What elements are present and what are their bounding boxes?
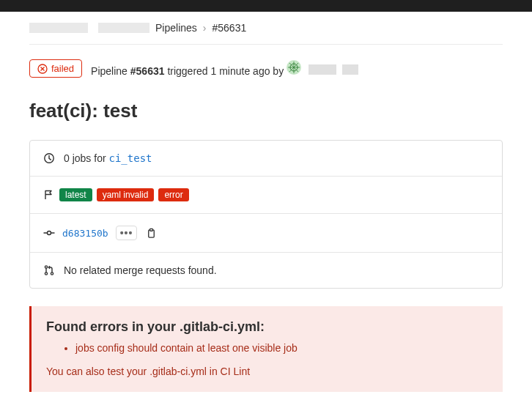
commit-sha-link[interactable]: d683150b	[62, 228, 108, 239]
user-avatar-icon[interactable]	[287, 60, 301, 75]
pipeline-prefix: Pipeline	[91, 65, 130, 77]
error-panel: Found errors in your .gitlab-ci.yml: job…	[29, 306, 503, 392]
username-placeholder	[309, 64, 336, 75]
status-badge-failed[interactable]: failed	[29, 59, 82, 78]
merge-request-row: No related merge requests found.	[30, 253, 502, 288]
commit-icon	[43, 227, 55, 239]
breadcrumb: Pipelines › #56631	[29, 12, 503, 44]
breadcrumb-group-placeholder	[98, 23, 149, 33]
pipeline-panel: 0 jobs for ci_test latest yaml invalid e…	[29, 140, 503, 289]
username-placeholder-2	[342, 64, 358, 75]
breadcrumb-current: #56631	[213, 22, 247, 34]
svg-point-8	[45, 272, 47, 275]
svg-point-4	[48, 231, 51, 235]
pipeline-header: failed Pipeline #56631 triggered 1 minut…	[29, 45, 503, 86]
failed-icon	[37, 64, 48, 74]
expand-commit-button[interactable]: •••	[116, 226, 138, 240]
error-item: jobs config should contain at least one …	[75, 342, 488, 354]
error-footer: You can also test your .gitlab-ci.yml in…	[46, 366, 488, 377]
svg-point-9	[51, 272, 53, 275]
page-title: feat(ci): test	[29, 100, 503, 122]
pipeline-summary: Pipeline #56631 triggered 1 minute ago b…	[91, 60, 358, 77]
status-label: failed	[51, 63, 74, 74]
top-bar	[0, 0, 532, 12]
merge-request-text: No related merge requests found.	[64, 264, 217, 276]
clock-icon	[43, 152, 55, 164]
tag-error: error	[158, 188, 188, 201]
svg-point-7	[45, 266, 47, 268]
commit-row: d683150b •••	[30, 214, 502, 253]
jobs-row: 0 jobs for ci_test	[30, 141, 502, 177]
tag-latest: latest	[59, 188, 92, 201]
jobs-text: 0 jobs for ci_test	[64, 152, 152, 164]
triggered-text: triggered 1 minute ago by	[165, 65, 287, 77]
clipboard-icon	[146, 228, 157, 239]
tags-row: latest yaml invalid error	[30, 177, 502, 214]
error-list: jobs config should contain at least one …	[46, 342, 488, 354]
jobs-count: 0 jobs for	[64, 152, 108, 164]
tag-yaml-invalid: yaml invalid	[97, 188, 155, 201]
branch-link[interactable]: ci_test	[108, 152, 152, 164]
error-title: Found errors in your .gitlab-ci.yml:	[46, 319, 488, 335]
flag-icon	[43, 189, 55, 201]
breadcrumb-project-placeholder	[29, 23, 88, 33]
svg-rect-6	[150, 229, 153, 231]
breadcrumb-pipelines-link[interactable]: Pipelines	[155, 22, 197, 34]
copy-sha-button[interactable]	[144, 226, 158, 240]
pipeline-id: #56631	[130, 65, 165, 77]
breadcrumb-separator: ›	[203, 22, 207, 34]
merge-request-icon	[43, 264, 55, 276]
